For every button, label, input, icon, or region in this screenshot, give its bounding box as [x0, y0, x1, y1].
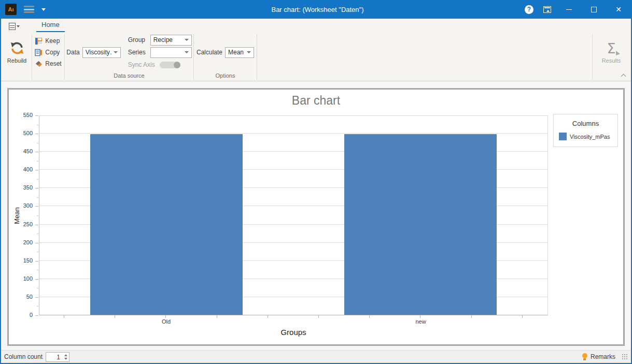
sync-axis-toggle[interactable] — [160, 62, 180, 68]
spinner-arrows[interactable] — [62, 353, 69, 361]
maximize-icon — [591, 7, 597, 12]
y-minor-tick-mark — [37, 252, 38, 252]
y-tick-mark — [35, 206, 38, 207]
chevron-down-icon — [114, 51, 118, 53]
group-dropdown-value: Recipe — [153, 36, 183, 43]
reset-button[interactable]: Reset — [33, 59, 63, 69]
ribbon: Home Rebuild — [1, 19, 631, 81]
y-tick-mark — [35, 225, 38, 225]
column-count-spinner[interactable]: 1 — [46, 352, 69, 362]
copy-label: Copy — [45, 49, 60, 56]
group-dropdown[interactable]: Recipe — [150, 35, 192, 46]
app-logo-icon[interactable]: Aı — [5, 4, 17, 15]
remarks-button[interactable]: Remarks — [591, 353, 615, 360]
minimize-icon — [566, 9, 572, 10]
window-title: Bar chart: (Worksheet "Daten") — [115, 6, 520, 13]
y-tick-mark — [35, 152, 38, 152]
chevron-down-icon — [247, 51, 251, 53]
close-icon: ✕ — [615, 6, 622, 13]
y-tick-mark — [35, 134, 38, 134]
plot-area — [39, 115, 548, 315]
ribbon-lower: Rebuild — [1, 32, 631, 81]
data-source-group: Data Viscosity… Group Recipe — [65, 32, 193, 81]
calculate-field-label: Calculate — [196, 49, 222, 56]
reset-label: Reset — [45, 60, 61, 67]
y-tick-label: 300 — [23, 202, 33, 209]
help-button[interactable]: ? — [520, 0, 538, 19]
keep-label: Keep — [45, 37, 60, 45]
bar-new[interactable] — [344, 134, 497, 315]
series-field: Series — [128, 47, 192, 58]
x-axis-ticks — [39, 315, 548, 318]
legend-title: Columns — [558, 120, 613, 127]
y-minor-tick-mark — [37, 288, 38, 288]
copy-button[interactable]: Copy — [33, 48, 63, 57]
status-bar: Column count 1 Remarks — [1, 350, 631, 363]
data-dropdown[interactable]: Viscosity… — [82, 47, 121, 58]
y-minor-tick-mark — [37, 179, 38, 180]
y-tick-label: 550 — [23, 112, 33, 118]
titlebar-left: Aı — [1, 4, 115, 15]
y-axis: 050100150200250300350400450500550 — [9, 115, 39, 315]
minimize-button[interactable] — [556, 0, 581, 19]
y-tick-mark — [35, 279, 38, 280]
group-field: Group Recipe — [128, 35, 192, 46]
application-menu-button[interactable] — [6, 21, 22, 32]
app-window: Aı Bar chart: (Worksheet "Daten") ? ✕ — [0, 0, 632, 364]
series-dropdown[interactable] — [150, 47, 192, 58]
y-minor-tick-mark — [37, 215, 38, 216]
calculate-field: Calculate Mean — [196, 47, 254, 58]
sync-axis-field: Sync Axis — [128, 60, 192, 70]
y-tick-label: 0 — [30, 312, 33, 318]
sigma-results-icon: Σ — [607, 41, 615, 55]
chevron-down-icon — [185, 51, 189, 53]
legend: Columns Viscosity_mPas — [553, 114, 618, 147]
spinner-down-icon — [64, 358, 67, 360]
close-button[interactable]: ✕ — [606, 0, 631, 19]
x-tick-label: new — [415, 318, 426, 325]
collapse-ribbon-icon[interactable] — [622, 74, 626, 78]
y-tick-label: 200 — [23, 239, 33, 245]
y-minor-tick-mark — [37, 161, 38, 162]
y-tick-label: 350 — [23, 184, 33, 191]
legend-item[interactable]: Viscosity_mPas — [558, 133, 613, 140]
y-tick-mark — [35, 297, 38, 298]
calculate-dropdown-value: Mean — [228, 49, 245, 56]
data-field-label: Data — [66, 49, 79, 56]
y-tick-label: 450 — [23, 148, 33, 154]
data-source-group-label: Data source — [65, 72, 193, 81]
y-tick-label: 250 — [23, 221, 33, 227]
data-dropdown-value: Viscosity… — [86, 49, 112, 56]
column-count-label: Column count — [4, 353, 43, 360]
y-minor-tick-mark — [37, 143, 38, 143]
sync-axis-label: Sync Axis — [128, 61, 157, 68]
y-tick-label: 100 — [23, 275, 33, 282]
hamburger-menu-icon[interactable] — [24, 6, 34, 13]
y-minor-tick-mark — [37, 306, 38, 307]
series-field-label: Series — [128, 49, 148, 56]
x-axis-title: Groups — [39, 328, 548, 337]
chart-title: Bar chart — [9, 94, 623, 108]
options-group-label: Options — [194, 72, 257, 81]
maximize-button[interactable] — [581, 0, 606, 19]
quick-access-dropdown-icon[interactable] — [41, 8, 46, 11]
rebuild-button[interactable]: Rebuild — [3, 39, 31, 66]
y-minor-tick-mark — [37, 125, 38, 125]
tab-home[interactable]: Home — [36, 19, 65, 32]
results-button[interactable]: Σ Results — [597, 39, 625, 66]
ribbon-display-options-icon — [543, 6, 551, 13]
resize-grip[interactable] — [622, 354, 628, 360]
y-tick-mark — [35, 315, 38, 316]
y-minor-tick-mark — [37, 234, 38, 234]
options-group: Calculate Mean Options — [194, 32, 257, 81]
legend-item-label: Viscosity_mPas — [570, 134, 610, 140]
keep-button[interactable]: Keep — [33, 36, 63, 46]
toggle-knob — [174, 62, 180, 68]
keep-icon — [35, 37, 43, 45]
x-axis-labels: Oldnew — [39, 318, 548, 327]
y-tick-label: 500 — [23, 130, 33, 136]
calculate-dropdown[interactable]: Mean — [225, 47, 254, 58]
y-tick-mark — [35, 115, 38, 116]
bar-Old[interactable] — [90, 134, 243, 315]
ribbon-display-options-button[interactable] — [538, 0, 556, 19]
